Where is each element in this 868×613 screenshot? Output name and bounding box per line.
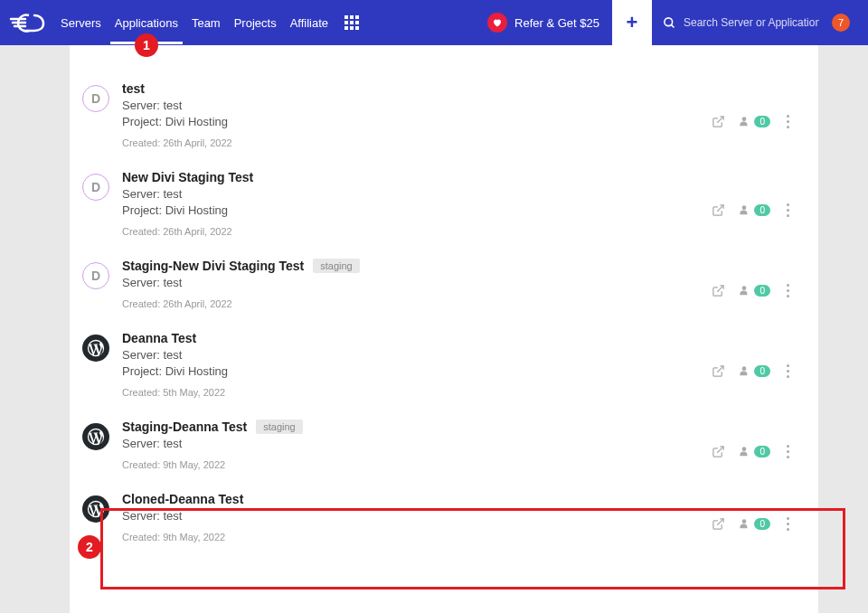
notification-badge[interactable]: 7	[832, 14, 850, 32]
app-server: Server: test	[122, 509, 712, 523]
count-badge: 0	[754, 116, 770, 127]
svg-line-1	[671, 24, 674, 27]
user-icon	[738, 284, 750, 297]
app-actions: 0	[712, 271, 793, 309]
refer-label: Refer & Get $25	[514, 16, 599, 30]
application-row[interactable]: DStaging-New Divi Staging TeststagingSer…	[70, 250, 818, 322]
count-badge: 0	[754, 446, 770, 457]
app-title[interactable]: Staging-Deanna Test	[122, 420, 247, 434]
divi-app-icon: D	[82, 174, 109, 201]
app-actions: 0	[712, 505, 793, 542]
user-icon	[738, 203, 750, 216]
app-title[interactable]: New Divi Staging Test	[122, 170, 253, 184]
user-icon	[738, 445, 750, 457]
search-icon	[663, 16, 676, 30]
app-info: New Divi Staging TestServer: testProject…	[122, 170, 712, 237]
app-server: Server: test	[122, 276, 712, 289]
svg-line-9	[718, 365, 724, 372]
divi-app-icon: D	[82, 262, 109, 289]
app-created: Created: 26th April, 2022	[122, 226, 712, 237]
more-menu-icon[interactable]	[783, 284, 793, 297]
wordpress-app-icon	[82, 423, 109, 450]
heart-icon	[487, 13, 507, 33]
svg-point-7	[742, 286, 747, 290]
more-menu-icon[interactable]	[783, 364, 793, 378]
more-menu-icon[interactable]	[783, 445, 793, 458]
nav-projects[interactable]: Projects	[234, 2, 277, 44]
app-title[interactable]: test	[122, 81, 145, 96]
app-created: Created: 26th April, 2022	[122, 298, 712, 309]
annotation-1: 1	[135, 33, 158, 57]
app-info: Staging-New Divi Staging TeststagingServ…	[122, 259, 712, 309]
app-info: Deanna TestServer: testProject: Divi Hos…	[122, 331, 712, 398]
user-icon	[738, 364, 750, 377]
open-external-icon[interactable]	[712, 203, 725, 217]
app-server: Server: test	[122, 348, 712, 362]
app-actions: 0	[712, 94, 793, 148]
apps-grid-icon[interactable]	[344, 15, 359, 30]
staging-tag: staging	[313, 259, 359, 273]
user-icon	[738, 115, 750, 127]
user-count[interactable]: 0	[738, 517, 770, 530]
refer-button[interactable]: Refer & Get $25	[487, 13, 599, 33]
applications-list: DtestServer: testProject: Divi HostingCr…	[70, 45, 818, 613]
user-count[interactable]: 0	[738, 445, 770, 457]
nav-affiliate[interactable]: Affiliate	[290, 2, 328, 44]
more-menu-icon[interactable]	[783, 203, 793, 217]
app-server: Server: test	[122, 437, 712, 450]
svg-line-12	[718, 446, 724, 452]
svg-line-2	[718, 116, 724, 122]
svg-point-13	[742, 447, 747, 451]
svg-point-10	[742, 366, 747, 371]
add-button[interactable]: +	[612, 0, 652, 45]
svg-point-16	[742, 519, 747, 523]
open-external-icon[interactable]	[712, 284, 725, 297]
search-container: 7	[654, 14, 859, 32]
application-row[interactable]: Deanna TestServer: testProject: Divi Hos…	[70, 322, 818, 410]
staging-tag: staging	[256, 420, 302, 434]
app-actions: 0	[712, 432, 793, 470]
more-menu-icon[interactable]	[783, 517, 793, 531]
user-count[interactable]: 0	[738, 364, 770, 377]
app-info: testServer: testProject: Divi HostingCre…	[122, 81, 712, 148]
app-server: Server: test	[122, 187, 712, 201]
svg-point-5	[742, 205, 747, 210]
application-row[interactable]: Staging-Deanna TeststagingServer: testCr…	[70, 410, 818, 483]
app-title[interactable]: Deanna Test	[122, 331, 196, 345]
svg-line-4	[718, 204, 724, 211]
user-count[interactable]: 0	[738, 284, 770, 297]
application-row[interactable]: Cloned-Deanna TestServer: testCreated: 9…	[70, 483, 818, 555]
divi-app-icon: D	[82, 85, 109, 112]
open-external-icon[interactable]	[712, 517, 725, 531]
count-badge: 0	[754, 365, 770, 377]
app-project: Project: Divi Hosting	[122, 203, 712, 217]
svg-line-6	[718, 285, 724, 291]
open-external-icon[interactable]	[712, 364, 725, 378]
user-icon	[738, 517, 750, 530]
app-title[interactable]: Cloned-Deanna Test	[122, 492, 243, 506]
count-badge: 0	[754, 518, 770, 530]
app-info: Cloned-Deanna TestServer: testCreated: 9…	[122, 492, 712, 542]
user-count[interactable]: 0	[738, 203, 770, 216]
app-created: Created: 5th May, 2022	[122, 387, 712, 398]
app-project: Project: Divi Hosting	[122, 364, 712, 378]
wordpress-app-icon	[82, 335, 109, 362]
search-input[interactable]	[684, 16, 819, 29]
user-count[interactable]: 0	[738, 115, 770, 127]
count-badge: 0	[754, 204, 770, 216]
count-badge: 0	[754, 285, 770, 297]
open-external-icon[interactable]	[712, 115, 725, 128]
nav-servers[interactable]: Servers	[61, 2, 101, 44]
wordpress-app-icon	[82, 495, 109, 523]
open-external-icon[interactable]	[712, 445, 725, 458]
app-title[interactable]: Staging-New Divi Staging Test	[122, 259, 304, 273]
application-row[interactable]: DNew Divi Staging TestServer: testProjec…	[70, 161, 818, 250]
svg-point-3	[742, 117, 747, 121]
nav-team[interactable]: Team	[192, 2, 221, 44]
more-menu-icon[interactable]	[783, 115, 793, 128]
app-info: Staging-Deanna TeststagingServer: testCr…	[122, 420, 712, 470]
logo[interactable]	[9, 9, 47, 36]
svg-point-0	[665, 17, 673, 25]
application-row[interactable]: DtestServer: testProject: Divi HostingCr…	[70, 72, 818, 161]
app-created: Created: 9th May, 2022	[122, 459, 712, 470]
